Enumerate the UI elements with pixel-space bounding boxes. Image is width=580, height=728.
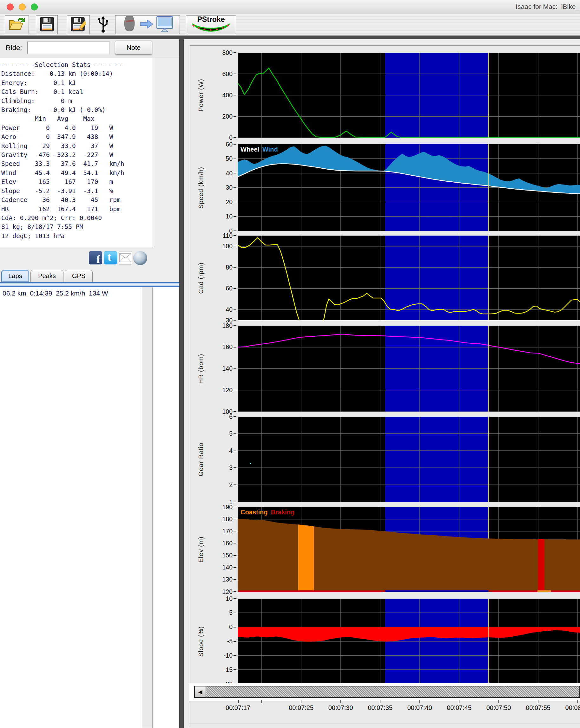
window-bottom-edge — [189, 724, 580, 724]
time-tick — [499, 700, 499, 703]
tab-gps[interactable]: GPS — [65, 270, 93, 282]
pstroke-button[interactable]: PStroke — [186, 15, 236, 34]
time-label: 00:07:30 — [328, 704, 353, 711]
ride-name-input[interactable] — [27, 42, 110, 54]
usb-button[interactable] — [95, 16, 112, 34]
scrollbar-left-arrow[interactable]: ◀ — [195, 686, 206, 697]
email-share-icon[interactable] — [119, 251, 132, 264]
time-tick — [238, 700, 238, 703]
tab-laps[interactable]: Laps — [1, 270, 29, 282]
hr-plot[interactable] — [238, 326, 580, 412]
toolbar-separator — [0, 35, 580, 39]
elev-plot[interactable] — [238, 507, 580, 592]
open-folder-icon — [8, 17, 25, 33]
save-as-button[interactable] — [67, 15, 90, 34]
save-as-floppy-pencil-icon — [71, 17, 86, 33]
speed-plot[interactable] — [238, 144, 580, 231]
time-label: 00:07:55 — [526, 704, 551, 711]
save-button[interactable] — [36, 15, 58, 34]
panel-divider — [179, 39, 184, 728]
time-scrollbar[interactable]: ◀ — [194, 686, 580, 698]
time-tick — [420, 700, 420, 703]
zoom-button[interactable] — [31, 3, 38, 10]
open-file-button[interactable] — [5, 15, 29, 34]
time-tick — [341, 700, 341, 703]
twitter-share-icon[interactable] — [104, 251, 117, 264]
arrow-right-icon — [140, 19, 154, 31]
computer-icon — [156, 16, 173, 34]
time-tick — [577, 700, 578, 703]
minimize-button[interactable] — [19, 3, 26, 10]
titlebar: Isaac for Mac: iBike_ — [0, 0, 580, 14]
selected-tab-strip — [0, 282, 179, 287]
save-floppy-icon — [40, 17, 54, 33]
lap-list-scrollbar[interactable] — [142, 287, 153, 728]
power-plot[interactable] — [238, 53, 580, 138]
time-label: 00:08:00 — [565, 704, 580, 711]
ride-label: Ride: — [6, 44, 22, 52]
time-label: 00:07:45 — [447, 704, 472, 711]
close-button[interactable] — [7, 3, 14, 10]
pstroke-curve-icon — [191, 23, 232, 34]
window-title: Isaac for Mac: iBike_ — [515, 3, 579, 10]
time-label: 00:07:17 — [226, 704, 250, 711]
toolbar: PStroke — [0, 14, 580, 35]
slope-plot[interactable] — [238, 599, 580, 684]
time-label: 00:07:35 — [368, 704, 393, 711]
scrollbar-thumb[interactable] — [206, 686, 579, 697]
selection-stats-box: ---------Selection Stats--------- Distan… — [0, 58, 153, 247]
time-tick — [538, 700, 538, 703]
time-tick — [459, 700, 459, 703]
selection-stats-text: ---------Selection Stats--------- Distan… — [1, 60, 153, 241]
time-tick — [380, 700, 380, 703]
time-tick — [261, 700, 262, 703]
time-label: 00:07:25 — [289, 704, 313, 711]
ride-bar: Ride: Note — [0, 39, 179, 58]
google-earth-icon[interactable] — [133, 251, 147, 265]
time-label: 00:07:40 — [407, 704, 432, 711]
time-label: 00:07:50 — [486, 704, 511, 711]
tab-peaks[interactable]: Peaks — [30, 270, 64, 282]
facebook-share-icon[interactable] — [89, 251, 102, 264]
gear-plot[interactable] — [238, 417, 580, 502]
send-to-computer-button[interactable] — [115, 15, 180, 34]
note-button[interactable]: Note — [115, 41, 152, 55]
cad-plot[interactable] — [238, 236, 580, 320]
lap-row[interactable]: 06.2 km 0:14:39 25.2 km/h 134 W — [3, 289, 108, 297]
pstroke-label: PStroke — [197, 16, 225, 23]
usb-icon — [97, 15, 109, 34]
time-tick — [301, 700, 301, 703]
left-panel: Ride: Note ---------Selection Stats-----… — [0, 39, 179, 728]
ibike-device-icon — [122, 15, 137, 34]
